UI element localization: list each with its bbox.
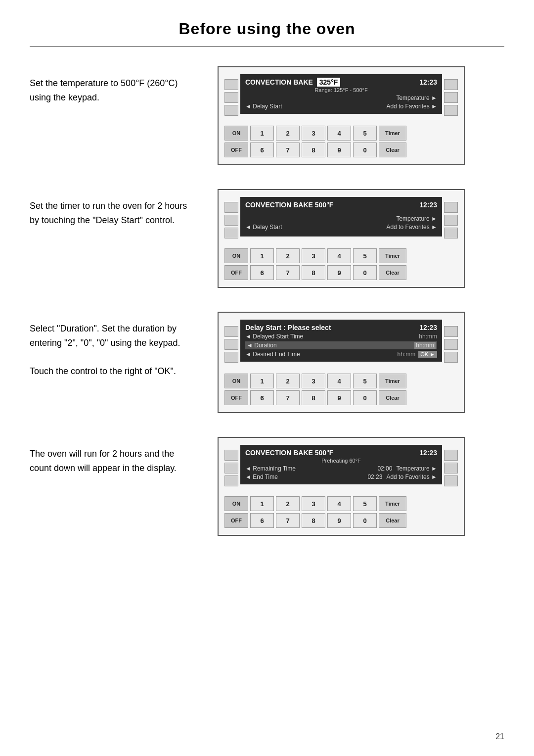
key-0-4[interactable]: 0 [353,513,377,528]
on-button-1[interactable]: ON [224,126,248,141]
display-add-fav-4[interactable]: Add to Favorites ► [386,473,437,480]
key-6-1[interactable]: 6 [250,142,274,157]
on-button-4[interactable]: ON [224,496,248,511]
side-btn-left-3-1[interactable] [224,326,238,337]
side-btn-right-4-3[interactable] [444,475,458,486]
keypad-1: ON 1 2 3 4 5 Timer OFF 6 7 8 9 0 Clear [224,126,458,157]
key-3-3[interactable]: 3 [302,374,325,388]
side-btn-left-2-1[interactable] [224,202,238,213]
key-0-3[interactable]: 0 [353,390,377,405]
side-btn-left-2[interactable] [224,92,238,103]
side-btn-left-4-2[interactable] [224,463,238,473]
key-1-1[interactable]: 1 [250,126,274,141]
on-button-3[interactable]: ON [224,374,248,388]
key-8-4[interactable]: 8 [302,513,325,528]
side-btn-left-4-1[interactable] [224,450,238,461]
key-5-4[interactable]: 5 [353,496,377,511]
display-add-fav-2[interactable]: Add to Favorites ► [386,224,437,231]
off-button-1[interactable]: OFF [224,142,248,157]
display-duration-label[interactable]: ◄ Duration [247,342,277,349]
key-9-4[interactable]: 9 [327,513,351,528]
clear-button-3[interactable]: Clear [379,390,406,405]
key-4-4[interactable]: 4 [327,496,351,511]
side-btn-left-3-3[interactable] [224,352,238,363]
off-button-3[interactable]: OFF [224,390,248,405]
display-delayed-label[interactable]: ◄ Delayed Start Time [245,333,303,340]
key-9-1[interactable]: 9 [327,142,351,157]
display-add-fav-1[interactable]: Add to Favorites ► [386,103,437,110]
key-5-3[interactable]: 5 [353,374,377,388]
side-btn-right-3-2[interactable] [444,339,458,350]
display-delay-start-1[interactable]: ◄ Delay Start [245,103,282,110]
off-button-2[interactable]: OFF [224,265,248,280]
timer-button-3[interactable]: Timer [379,374,406,388]
key-7-4[interactable]: 7 [276,513,300,528]
side-btn-right-3-1[interactable] [444,326,458,337]
key-1-2[interactable]: 1 [250,248,274,263]
key-8-1[interactable]: 8 [302,142,325,157]
display-end-label[interactable]: ◄ Desired End Time [245,351,300,358]
key-1-4[interactable]: 1 [250,496,274,511]
key-9-2[interactable]: 9 [327,265,351,280]
clear-button-2[interactable]: Clear [379,265,406,280]
key-7-1[interactable]: 7 [276,142,300,157]
key-5-2[interactable]: 5 [353,248,377,263]
key-7-3[interactable]: 7 [276,390,300,405]
key-4-3[interactable]: 4 [327,374,351,388]
timer-button-1[interactable]: Timer [379,126,406,141]
timer-button-2[interactable]: Timer [379,248,406,263]
side-btn-right-2-1[interactable] [444,202,458,213]
key-8-3[interactable]: 8 [302,390,325,405]
side-btn-right-2-3[interactable] [444,228,458,238]
display-endtime-val: 02:23 [367,473,382,480]
clear-button-1[interactable]: Clear [379,142,406,157]
key-7-2[interactable]: 7 [276,265,300,280]
off-button-4[interactable]: OFF [224,513,248,528]
key-1-3[interactable]: 1 [250,374,274,388]
side-btn-left-3[interactable] [224,105,238,116]
key-0-2[interactable]: 0 [353,265,377,280]
key-8-2[interactable]: 8 [302,265,325,280]
key-6-2[interactable]: 6 [250,265,274,280]
timer-button-4[interactable]: Timer [379,496,406,511]
key-3-2[interactable]: 3 [302,248,325,263]
key-3-1[interactable]: 3 [302,126,325,141]
key-3-4[interactable]: 3 [302,496,325,511]
display-duration-val: hh:mm [414,342,436,349]
display-temp-label-4: Temperature ► [396,465,437,472]
key-5-1[interactable]: 5 [353,126,377,141]
side-btn-right-3[interactable] [444,105,458,116]
key-4-1[interactable]: 4 [327,126,351,141]
on-button-2[interactable]: ON [224,248,248,263]
keypad-row2-1: OFF 6 7 8 9 0 Clear [224,142,458,157]
key-2-2[interactable]: 2 [276,248,300,263]
key-2-4[interactable]: 2 [276,496,300,511]
key-6-3[interactable]: 6 [250,390,274,405]
side-btn-right-4-1[interactable] [444,450,458,461]
side-btn-right-1[interactable] [444,79,458,90]
display-delay-start-2[interactable]: ◄ Delay Start [245,224,282,231]
clear-button-4[interactable]: Clear [379,513,406,528]
section-3: Select "Duration". Set the duration by e… [30,312,504,413]
side-btn-left-4-3[interactable] [224,475,238,486]
side-btn-right-2[interactable] [444,92,458,103]
display-endtime-label[interactable]: ◄ End Time [245,473,278,480]
side-btn-left-2-3[interactable] [224,228,238,238]
ok-button[interactable]: OK ► [418,351,437,358]
key-6-4[interactable]: 6 [250,513,274,528]
side-btn-right-2-2[interactable] [444,215,458,226]
side-btn-left-2-2[interactable] [224,215,238,226]
side-btn-right-4-2[interactable] [444,463,458,473]
key-2-1[interactable]: 2 [276,126,300,141]
key-9-3[interactable]: 9 [327,390,351,405]
display-remaining-label[interactable]: ◄ Remaining Time [245,465,296,472]
side-btn-right-3-3[interactable] [444,352,458,363]
display-mode-2: CONVECTION BAKE 500°F [245,201,333,209]
side-btn-left-1[interactable] [224,79,238,90]
key-4-2[interactable]: 4 [327,248,351,263]
key-2-3[interactable]: 2 [276,374,300,388]
side-buttons-left-1 [224,74,238,121]
display-endtime-row: ◄ End Time 02:23 Add to Favorites ► [245,473,437,480]
key-0-1[interactable]: 0 [353,142,377,157]
side-btn-left-3-2[interactable] [224,339,238,350]
